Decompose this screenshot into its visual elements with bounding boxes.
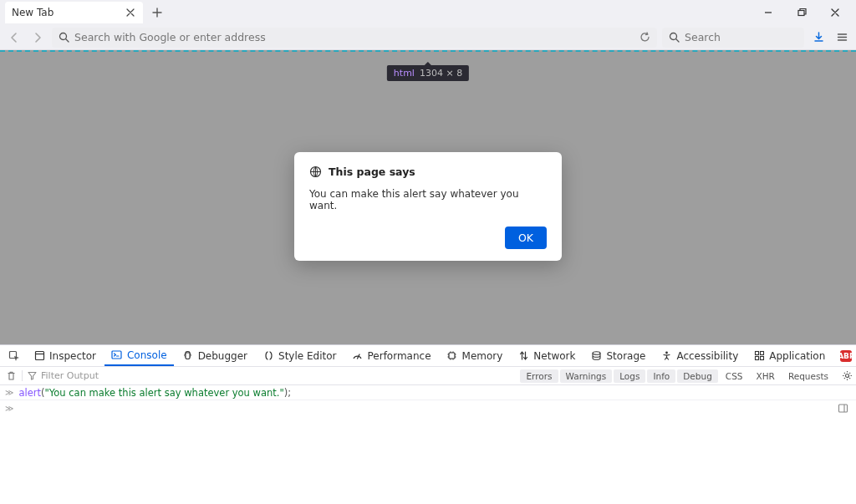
style-icon (262, 350, 274, 362)
application-icon (753, 350, 765, 362)
svg-point-9 (665, 352, 668, 354)
alert-title: This page says (329, 165, 415, 178)
window-controls (759, 3, 851, 22)
svg-point-20 (845, 374, 848, 378)
badge-tagname: html (394, 68, 415, 79)
tab-inspector[interactable]: Inspector (27, 345, 103, 366)
svg-rect-13 (760, 357, 763, 360)
svg-rect-7 (449, 353, 455, 359)
close-window-button[interactable] (826, 3, 844, 22)
tab-performance[interactable]: Performance (345, 345, 438, 366)
tab-adblock[interactable]: ABPAdblock Plus (833, 345, 856, 366)
performance-icon (352, 350, 364, 362)
browser-titlebar: New Tab (0, 0, 856, 25)
funnel-icon (28, 371, 37, 380)
page-viewport: html 1304 × 8 This page says You can mak… (0, 50, 856, 344)
chip-warnings[interactable]: Warnings (560, 369, 613, 383)
memory-icon (446, 350, 458, 362)
alert-header: This page says (309, 165, 547, 178)
js-alert-dialog: This page says You can make this alert s… (294, 152, 562, 261)
svg-rect-6 (112, 351, 121, 359)
console-input-row[interactable]: ≫ (0, 400, 856, 415)
tab-memory[interactable]: Memory (440, 345, 510, 366)
console-line[interactable]: ≫ alert("You can make this alert say wha… (0, 385, 856, 400)
forward-button[interactable] (28, 28, 47, 47)
svg-rect-12 (755, 357, 758, 360)
maximize-button[interactable] (792, 3, 811, 22)
chip-logs[interactable]: Logs (614, 369, 645, 383)
search-bar[interactable] (662, 28, 804, 48)
reload-icon[interactable] (639, 32, 650, 43)
chip-info[interactable]: Info (647, 369, 675, 383)
chip-xhr[interactable]: XHR (750, 369, 780, 383)
tab-debugger[interactable]: Debugger (176, 345, 254, 366)
debugger-icon (182, 350, 194, 362)
address-input[interactable] (74, 31, 634, 43)
tab-title: New Tab (12, 7, 125, 18)
devtools-panel: Inspector Console Debugger Style Editor … (0, 344, 856, 504)
console-category-chips: Errors Warnings Logs Info Debug CSS XHR … (520, 369, 838, 383)
accessibility-icon (660, 350, 672, 362)
clear-console-icon[interactable] (0, 370, 22, 381)
split-console-icon[interactable] (834, 400, 851, 415)
console-output: ≫ alert("You can make this alert say wha… (0, 385, 856, 504)
globe-icon (309, 165, 322, 178)
inspector-icon (33, 350, 45, 362)
console-filter-input[interactable] (41, 370, 515, 381)
app-menu-icon[interactable] (833, 28, 851, 47)
abp-icon: ABP (840, 350, 852, 362)
console-icon (111, 349, 123, 361)
tab-storage[interactable]: Storage (583, 345, 652, 366)
back-button[interactable] (5, 28, 23, 47)
minimize-button[interactable] (759, 3, 777, 22)
prompt-caret-icon: ≫ (5, 388, 13, 397)
alert-message: You can make this alert say whatever you… (309, 188, 547, 211)
tab-console[interactable]: Console (104, 345, 174, 366)
devtools-tabbar: Inspector Console Debugger Style Editor … (0, 345, 856, 367)
svg-rect-11 (760, 352, 763, 355)
downloads-icon[interactable] (809, 28, 828, 47)
address-bar[interactable] (52, 28, 657, 48)
tab-style-editor[interactable]: Style Editor (256, 345, 343, 366)
svg-rect-0 (798, 11, 804, 16)
search-icon (669, 32, 680, 43)
pick-element-icon[interactable] (3, 345, 25, 366)
new-tab-button[interactable] (146, 2, 168, 23)
svg-point-8 (593, 352, 600, 355)
chip-css[interactable]: CSS (720, 369, 749, 383)
search-icon (59, 32, 69, 43)
tab-network[interactable]: Network (511, 345, 582, 366)
console-filterbar: Errors Warnings Logs Info Debug CSS XHR … (0, 367, 856, 385)
chip-requests[interactable]: Requests (782, 369, 834, 383)
tab-accessibility[interactable]: Accessibility (654, 345, 745, 366)
close-tab-icon[interactable] (125, 7, 136, 18)
prompt-caret-icon: ≫ (5, 404, 13, 413)
console-filter[interactable] (22, 370, 520, 381)
svg-rect-5 (35, 352, 43, 360)
svg-rect-21 (838, 405, 847, 412)
badge-dimensions: 1304 × 8 (420, 68, 462, 79)
browser-tab[interactable]: New Tab (5, 2, 143, 23)
network-icon (517, 350, 529, 362)
element-dimensions-badge: html 1304 × 8 (387, 65, 469, 81)
browser-toolbar (0, 25, 856, 50)
console-settings-icon[interactable] (838, 370, 856, 381)
chip-debug[interactable]: Debug (677, 369, 718, 383)
search-input[interactable] (685, 31, 815, 43)
svg-rect-10 (755, 352, 758, 355)
alert-ok-button[interactable]: OK (505, 227, 547, 249)
storage-icon (590, 350, 602, 362)
tab-application[interactable]: Application (746, 345, 832, 366)
chip-errors[interactable]: Errors (520, 369, 558, 383)
